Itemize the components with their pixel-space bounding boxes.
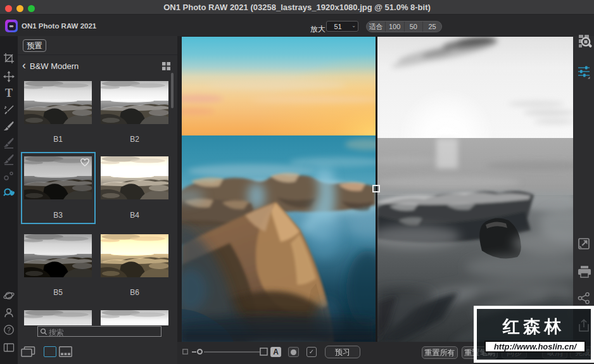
- svg-text:?: ?: [7, 327, 11, 334]
- svg-text:T: T: [5, 87, 13, 99]
